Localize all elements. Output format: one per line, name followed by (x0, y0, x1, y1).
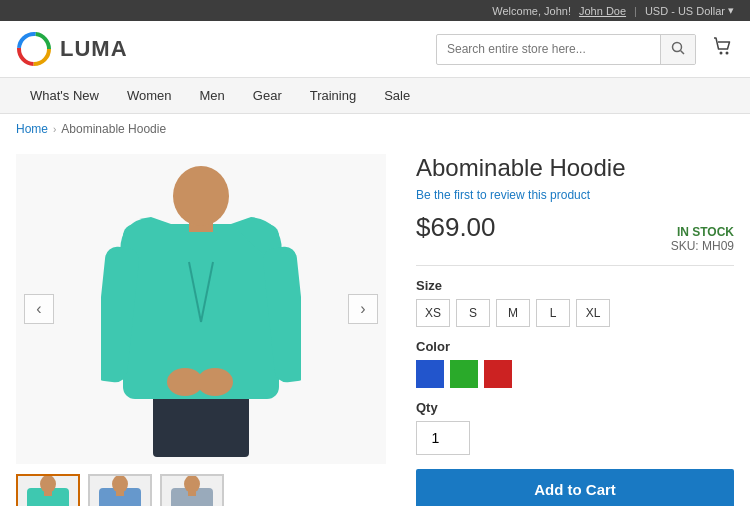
svg-line-5 (681, 50, 685, 54)
price-row: $69.00 IN STOCK SKU: MH09 (416, 212, 734, 266)
nav-training[interactable]: Training (296, 78, 370, 113)
size-options: XS S M L XL (416, 299, 734, 327)
user-name[interactable]: John Doe (579, 5, 626, 17)
color-red[interactable] (484, 360, 512, 388)
main-nav: What's New Women Men Gear Training Sale (0, 78, 750, 114)
svg-rect-26 (188, 489, 196, 496)
size-section: Size XS S M L XL (416, 278, 734, 327)
svg-rect-20 (44, 489, 52, 496)
currency-selector[interactable]: USD - US Dollar ▾ (645, 4, 734, 17)
size-xl[interactable]: XL (576, 299, 610, 327)
nav-gear[interactable]: Gear (239, 78, 296, 113)
add-to-cart-button[interactable]: Add to Cart (416, 469, 734, 506)
sku-value: MH09 (702, 239, 734, 253)
logo[interactable]: LUMA (16, 31, 128, 67)
nav-whats-new[interactable]: What's New (16, 78, 113, 113)
review-link[interactable]: Be the first to review this product (416, 188, 734, 202)
size-s[interactable]: S (456, 299, 490, 327)
cart-button[interactable] (712, 36, 734, 63)
thumbnail-1[interactable] (16, 474, 80, 506)
size-l[interactable]: L (536, 299, 570, 327)
thumbnail-2[interactable] (88, 474, 152, 506)
currency-label: USD - US Dollar (645, 5, 725, 17)
search-button[interactable] (660, 35, 695, 64)
product-price: $69.00 (416, 212, 496, 243)
svg-point-13 (173, 166, 229, 226)
color-label: Color (416, 339, 734, 354)
thumbnails (16, 474, 386, 506)
thumbnail-3[interactable] (160, 474, 224, 506)
gallery-prev-button[interactable]: ‹ (24, 294, 54, 324)
top-bar: Welcome, John! John Doe | USD - US Dolla… (0, 0, 750, 21)
breadcrumb-home[interactable]: Home (16, 122, 48, 136)
breadcrumb: Home › Abominable Hoodie (0, 114, 750, 144)
size-m[interactable]: M (496, 299, 530, 327)
breadcrumb-separator: › (53, 124, 56, 135)
color-section: Color (416, 339, 734, 388)
welcome-text: Welcome, John! (492, 5, 571, 17)
color-options (416, 360, 734, 388)
currency-chevron: ▾ (728, 4, 734, 17)
sku-label: SKU: (671, 239, 699, 253)
gallery-next-button[interactable]: › (348, 294, 378, 324)
separator: | (634, 5, 637, 17)
logo-icon (16, 31, 52, 67)
qty-section: Qty (416, 400, 734, 455)
svg-point-6 (720, 51, 723, 54)
size-xs[interactable]: XS (416, 299, 450, 327)
svg-rect-9 (123, 224, 279, 399)
product-title: Abominable Hoodie (416, 154, 734, 182)
nav-sale[interactable]: Sale (370, 78, 424, 113)
sku-row: SKU: MH09 (671, 239, 734, 253)
stock-status: IN STOCK (671, 225, 734, 239)
product-gallery: ‹ (16, 154, 386, 506)
size-label: Size (416, 278, 734, 293)
color-blue[interactable] (416, 360, 444, 388)
qty-label: Qty (416, 400, 734, 415)
search-input[interactable] (437, 36, 660, 62)
main-image: ‹ (16, 154, 386, 464)
product-info: Abominable Hoodie Be the first to review… (416, 154, 734, 506)
nav-men[interactable]: Men (186, 78, 239, 113)
svg-point-4 (673, 42, 682, 51)
color-green[interactable] (450, 360, 478, 388)
stock-sku: IN STOCK SKU: MH09 (671, 225, 734, 253)
svg-rect-23 (116, 489, 124, 496)
logo-text: LUMA (60, 36, 128, 62)
nav-women[interactable]: Women (113, 78, 186, 113)
svg-point-17 (197, 368, 233, 396)
svg-rect-8 (153, 392, 249, 457)
breadcrumb-current: Abominable Hoodie (61, 122, 166, 136)
search-bar[interactable] (436, 34, 696, 65)
svg-point-7 (726, 51, 729, 54)
product-image (101, 162, 301, 457)
product-page: ‹ (0, 144, 750, 506)
qty-input[interactable] (416, 421, 470, 455)
header: LUMA (0, 21, 750, 78)
